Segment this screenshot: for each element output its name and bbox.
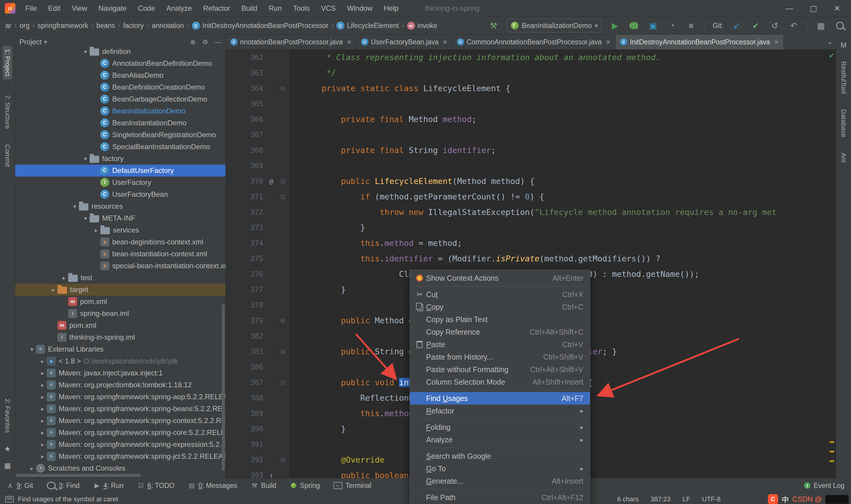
project-vertical-scrollbar[interactable] [222,304,225,471]
favorites-star-icon[interactable]: ★ [4,445,11,453]
tree-item-annotationbeandefinitiondemo[interactable]: CAnnotationBeanDefinitionDemo [15,57,225,69]
expanded-arrow-icon[interactable]: ▾ [81,48,90,55]
tree-item-special-bean-instantiation-context-xml[interactable]: xspecial-bean-instantiation-context.xml [15,260,225,272]
tree-item-services[interactable]: ▸services [15,224,225,236]
code-text[interactable]: */ [289,65,836,81]
gutter[interactable]: 369 [226,158,289,174]
gutter[interactable]: 383⊞ [226,344,289,359]
history-icon[interactable]: ↺ [769,20,780,31]
tree-item-factory[interactable]: ▾factory [15,153,225,165]
fold-collapse-icon[interactable]: ⊟ [277,456,288,464]
stripe-button-1-project[interactable]: 1: Project [3,46,12,79]
tree-item-maven-org-springframework-spring-expression-5-2-2-release[interactable]: ▸≡Maven: org.springframework:spring-expr… [15,438,225,450]
expanded-arrow-icon[interactable]: ▾ [81,156,90,162]
breadcrumb-item-lifecycleelement[interactable]: CLifecycleElement [337,22,399,30]
gutter[interactable]: 371⊟ [226,189,289,204]
expanded-arrow-icon[interactable]: ▾ [71,203,79,210]
code-text[interactable] [289,96,836,112]
gutter[interactable]: 374 [226,235,289,251]
line-separator[interactable]: LF [683,496,690,503]
collapsed-arrow-icon[interactable]: ▸ [38,358,47,365]
tool-button-3-find[interactable]: 3: Find [47,482,79,490]
editor-tab-userfactorybean-java[interactable]: CUserFactoryBean.java× [357,35,452,50]
code-text[interactable]: * Class representing injection informati… [289,50,836,65]
tree-item-meta-inf[interactable]: ▾META-INF [15,212,225,224]
stripe-button-2-favorites[interactable]: 2: Favorites [4,399,11,433]
tool-button-9-git[interactable]: Y9: Git [6,482,33,490]
tree-item-maven-javax-inject-javax-inject-1[interactable]: ▸≡Maven: javax.inject:javax.inject:1 [15,367,225,379]
editor-tab-initdestroyannotationbeanpostprocessor-java[interactable]: CInitDestroyAnnotationBeanPostProcessor.… [615,35,784,50]
project-horizontal-scrollbar[interactable] [16,474,141,477]
code-text[interactable]: private final Method method; [289,112,836,127]
code-text[interactable]: } [289,220,836,235]
menu-item-show-context-actions[interactable]: Show Context ActionsAlt+Enter [410,272,590,284]
stripe-button-7-structure[interactable]: 7: Structure [4,95,11,129]
code-text[interactable] [289,158,836,174]
gutter[interactable]: 386 [226,359,289,375]
menu-code[interactable]: Code [132,0,161,17]
editor-tab-nnotationbeanpostprocessor-java[interactable]: CnnotationBeanPostProcessor.java× [226,35,357,50]
menu-item-cut[interactable]: ✂CutCtrl+X [410,288,590,301]
tool-button-6-todo[interactable]: ☑6: TODO [137,482,175,490]
stripe-button-ant[interactable]: Ant [840,153,847,163]
tree-item-pom-xml[interactable]: mpom.xml [15,320,225,331]
stop-icon[interactable]: ■ [685,20,697,31]
breadcrumb-item-ar[interactable]: ar [5,22,11,30]
menu-item-column-selection-mode[interactable]: Column Selection ModeAlt+Shift+Insert [410,376,590,388]
tree-item-definition[interactable]: ▾definition [15,46,225,57]
breadcrumb-item-org[interactable]: org [20,22,30,30]
expanded-arrow-icon[interactable]: ▾ [28,346,36,353]
gutter[interactable]: 377 [226,282,289,298]
menu-analyze[interactable]: Analyze [161,0,197,17]
gutter[interactable]: 379⊞ [226,313,289,328]
tree-item-specialbeaninstantiationdemo[interactable]: CSpecialBeanInstantiationDemo [15,141,225,153]
tree-item-maven-org-springframework-spring-context-5-2-2-release[interactable]: ▸≡Maven: org.springframework:spring-cont… [15,415,225,427]
gutter[interactable]: 365 [226,96,289,112]
breadcrumb-item-initdestroyannotationbeanpostprocessor[interactable]: CInitDestroyAnnotationBeanPostProcessor [192,22,328,30]
tree-item-beaninitializationdemo[interactable]: CBeanInitializationDemo [15,105,225,117]
gutter[interactable]: 370@⊟ [226,174,289,189]
menu-navigate[interactable]: Navigate [93,0,132,17]
code-text[interactable]: this.method = method; [289,235,836,251]
code-text[interactable] [289,127,836,143]
run-icon[interactable]: ▶ [609,20,620,31]
tree-item-resources[interactable]: ▾resources [15,200,225,212]
tool-button-spring[interactable]: Spring [290,482,320,490]
breadcrumb-item-invoke[interactable]: minvoke [407,22,437,30]
settings-gear-icon[interactable]: ⚙ [202,38,208,46]
menu-item-find-usages[interactable]: Find UsagesAlt+F7 [410,392,590,404]
menu-item-go-to[interactable]: Go To▸ [410,462,590,475]
stripe-button-commit[interactable]: Commit [4,144,11,167]
gutter[interactable]: 387⊟ [226,375,289,390]
close-icon[interactable]: × [606,37,611,47]
code-text[interactable]: private final String identifier; [289,143,836,158]
tree-item-scratches-and-consoles[interactable]: ▸◔Scratches and Consoles [15,462,225,474]
code-text[interactable]: throw new IllegalStateException("Lifecyc… [289,204,836,220]
gutter[interactable]: 366 [226,112,289,127]
code-text[interactable]: if (method.getParameterCount() != 0) { [289,189,836,204]
menu-item-paste[interactable]: PasteCtrl+V [410,338,590,351]
gutter[interactable]: 375 [226,251,289,267]
stripe-mark[interactable] [830,441,834,443]
tree-item-thinking-in-spring-iml[interactable]: ithinking-in-spring.iml [15,331,225,343]
menu-item-paste-from-history[interactable]: Paste from History...Ctrl+Shift+V [410,351,590,363]
menu-item-copy-as-plain-text[interactable]: Copy as Plain Text [410,313,590,326]
collapsed-arrow-icon[interactable]: ▸ [49,286,57,293]
fold-collapse-icon[interactable]: ⊟ [277,85,288,92]
menu-item-folding[interactable]: Folding▸ [410,421,590,433]
breadcrumb-item-annotation[interactable]: annotation [152,22,184,30]
close-button[interactable]: ✕ [834,4,840,13]
gutter[interactable]: 391 [226,437,289,452]
close-icon[interactable]: × [443,37,447,47]
tree-item-beandefinitioncreationdemo[interactable]: CBeanDefinitionCreationDemo [15,81,225,93]
gutter[interactable]: 388 [226,390,289,406]
layout-icon[interactable]: ▦ [4,462,11,470]
update-project-icon[interactable]: ↙ [731,20,742,31]
tree-item-beangarbagecollectiondemo[interactable]: CBeanGarbageCollectionDemo [15,93,225,105]
stripe-mark[interactable] [830,460,834,462]
tree-item-defaultuserfactory[interactable]: CDefaultUserFactory [15,165,225,177]
close-icon[interactable]: × [347,37,351,47]
maven-icon[interactable]: M [840,41,847,50]
menu-vcs[interactable]: VCS [315,0,341,17]
menu-tools[interactable]: Tools [287,0,315,17]
